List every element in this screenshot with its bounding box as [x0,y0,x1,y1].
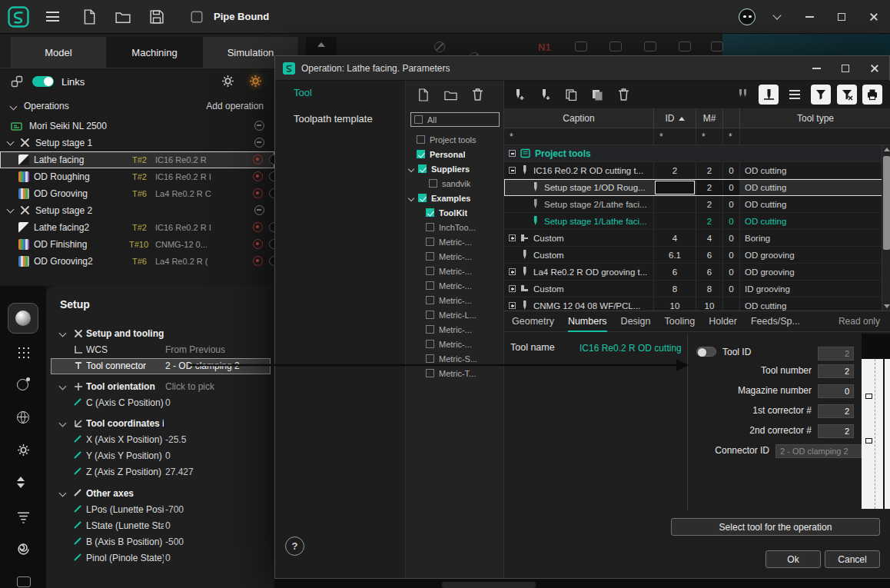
checkbox-icon[interactable] [426,223,434,231]
tab-model[interactable]: Model [11,37,107,68]
table-scrollbar[interactable] [882,145,890,311]
checkbox-icon[interactable] [414,115,423,124]
checkbox-icon[interactable] [426,369,434,377]
id-edit-field[interactable] [656,181,694,194]
status-radio-icon[interactable] [253,171,263,181]
column-m[interactable]: M# [696,108,723,128]
show-current-tool-button[interactable] [759,85,779,105]
filter-item-examples[interactable]: Examples [406,191,504,205]
collapse-icon[interactable] [509,167,516,174]
new-project-button[interactable] [75,5,103,29]
tab-feeds[interactable]: Feeds/Sp... [751,311,800,332]
tree-item-operation[interactable]: OD Roughing T#2 IC16 Re0.2 R I [0,168,274,185]
dialog-close-button[interactable] [860,56,889,80]
chevron-down-icon[interactable] [408,194,414,201]
dialog-minimize-button[interactable] [802,56,831,80]
status-circle-icon[interactable] [269,154,274,164]
scrollbar-thumb[interactable] [883,156,890,250]
filter-item-toolkit[interactable]: ToolKit [406,205,504,220]
save-project-button[interactable] [143,5,171,29]
open-project-button[interactable] [109,5,137,29]
setup-row-value[interactable]: Click to pick [165,381,214,392]
status-badge-icon[interactable] [733,5,761,29]
tree-item-machine[interactable]: Mori Seiki NL 2500 [0,118,274,135]
first-corrector-field[interactable]: 2 [818,404,854,418]
setup-row-axis-z[interactable]: Z (Axis Z Position) 27.427 [51,464,271,480]
scroll-down-icon[interactable] [884,304,890,308]
column-tool-type[interactable]: Tool type [740,108,890,128]
checkbox-icon[interactable] [429,179,437,188]
dialog-maximize-button[interactable] [831,56,860,80]
tool-number-field[interactable]: 2 [818,364,854,378]
main-menu-button[interactable] [38,5,66,29]
select-tool-button[interactable]: Select tool for the operation [671,518,880,536]
tree-item-operation[interactable]: OD Grooving2 T#6 La4 Re0.2 R ( [0,253,274,270]
sort-order-button[interactable] [17,477,25,488]
duplicate-tool-button[interactable] [587,85,607,105]
second-corrector-field[interactable]: 2 [818,424,854,438]
setup-row-wcs[interactable]: WCS From Previous [51,342,271,358]
chevron-down-icon[interactable] [408,165,414,171]
filter-item-library[interactable]: Metric-... [406,249,504,264]
titlebar-dropdown-button[interactable] [761,0,793,34]
tool-row[interactable]: La4 Re0.2 R OD grooving t... 6 6 0 OD gr… [504,264,890,281]
table-group-row[interactable]: Project tools [504,145,890,162]
tool-row[interactable]: IC16 Re0.2 R OD cutting t... 2 2 0 OD cu… [504,162,890,179]
delete-library-button[interactable] [468,85,487,104]
setup-row-axis-b[interactable]: B (Axis B Position) -500 [51,534,271,550]
checkbox-icon[interactable] [426,238,434,246]
setup-row-lpos[interactable]: LPos (Lunette Posit -700 [51,502,271,518]
status-radio-icon[interactable] [253,256,263,266]
chevron-down-icon[interactable] [7,206,15,214]
setup-row-value[interactable]: 27.427 [165,467,194,477]
filter-item-library[interactable]: Metric-... [406,337,504,351]
chevron-down-icon[interactable] [10,102,18,110]
tool-row[interactable]: CNMG 12 04 08 WF/PCL... 10 10 OD cutting [504,297,890,311]
setup-row-value[interactable]: -700 [165,504,184,515]
expand-icon[interactable] [509,268,516,275]
tree-item-operation[interactable]: OD Grooving T#6 La4 Re0.2 R C [0,185,274,202]
setup-row-value[interactable]: 0 [165,520,171,531]
tool-row[interactable]: Custom 6.1 6 0 OD grooving [504,247,890,264]
add-operation-button[interactable]: Add operation [206,101,264,111]
checkbox-checked-icon[interactable] [417,150,425,158]
filter-item-project-tools[interactable]: Project tools [406,132,504,147]
filter-cell[interactable] [740,128,890,145]
globe-view-button[interactable] [17,411,29,424]
filter-item-library[interactable]: InchToo... [406,220,504,234]
status-circle-icon[interactable] [269,188,274,198]
close-button[interactable] [858,0,890,34]
tool-row-selected[interactable]: Setup stage 1/OD Roug... 2 0 OD cutting [504,179,890,196]
tab-geometry[interactable]: Geometry [512,311,554,332]
new-library-button[interactable] [413,85,432,104]
dialog-titlebar[interactable]: Operation: Lathe facing. Parameters [275,56,889,81]
setup-row-axis-c[interactable]: C (Axis C Position) 0 [51,395,271,411]
status-radio-icon[interactable] [253,154,263,164]
tool-id-cell-editing[interactable] [654,179,696,195]
setup-row-value[interactable]: 2 - OD clamping 2 [165,360,240,371]
filter-cell[interactable]: * [723,128,740,145]
filter-cell[interactable]: * [696,128,723,145]
tab-numbers[interactable]: Numbers [568,311,607,332]
filter-item-library[interactable]: Metric-S... [406,351,504,366]
setup-row-pinol[interactable]: Pinol (Pinole State) 0 [51,550,271,566]
delete-tool-button[interactable] [613,85,633,105]
filter-item-library[interactable]: Metric-... [406,322,504,337]
scroll-up-icon[interactable] [884,148,890,151]
filter-item-library[interactable]: Metric-... [406,293,504,307]
status-circle-icon[interactable] [269,239,274,249]
filter-list-button[interactable] [17,510,30,523]
copy-tool-button[interactable] [561,85,581,105]
setup-group-tool-orientation[interactable]: Tool orientation Click to pick [51,379,271,395]
minimize-button[interactable] [793,0,825,34]
tool-row-current[interactable]: Setup stage 1/Lathe faci... 2 0 OD cutti… [504,213,890,230]
suppress-circle-icon[interactable] [254,205,264,215]
setup-row-value[interactable]: -500 [165,537,184,547]
glowing-gear-icon[interactable] [249,75,262,88]
tab-machining[interactable]: Machining [107,37,203,68]
cancel-button[interactable]: Cancel [825,550,880,568]
rotate-view-button[interactable] [17,379,28,390]
open-library-button[interactable] [441,85,460,104]
table-header[interactable]: Caption ID M# Tool type [504,108,890,128]
nav-item-tool[interactable]: Tool [294,87,312,98]
